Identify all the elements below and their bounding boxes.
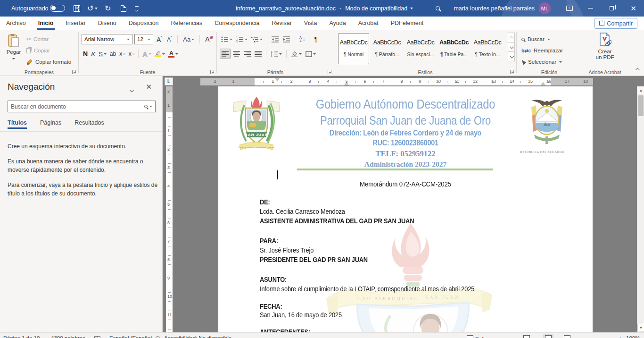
numbering-button[interactable]: 123 xyxy=(235,34,249,44)
strikethrough-button[interactable]: ab xyxy=(108,49,117,59)
clipboard-dialog-launcher[interactable] xyxy=(72,70,76,74)
page-indicator[interactable]: Página 1 de 10 xyxy=(3,335,40,338)
tab-inicio[interactable]: Inicio xyxy=(32,17,60,30)
document-title-area[interactable]: informe_narrativo_autoevaluación.doc - M… xyxy=(236,0,413,17)
navigation-close-button[interactable]: ✕ xyxy=(146,83,152,91)
document-page[interactable]: GAD PARROQUIAL SAN JUAN xyxy=(218,86,593,338)
style-parrafo[interactable]: AaBbCcDc¶ Párrafo... xyxy=(372,33,403,64)
right-indent-marker[interactable] xyxy=(541,82,545,85)
vertical-scrollbar[interactable]: ▲ ▼ xyxy=(637,86,644,338)
read-mode-button[interactable] xyxy=(523,335,530,338)
bold-button[interactable]: N xyxy=(82,49,89,59)
tab-archivo[interactable]: Archivo xyxy=(0,17,32,30)
share-button[interactable]: Compartir xyxy=(594,18,637,29)
line-spacing-button[interactable] xyxy=(269,49,283,59)
scroll-down-button[interactable]: ▼ xyxy=(637,324,644,331)
navigation-collapse-button[interactable] xyxy=(130,85,133,94)
tab-revisar[interactable]: Revisar xyxy=(265,17,297,30)
change-case-button[interactable]: Aa xyxy=(182,34,196,44)
tab-disposicion[interactable]: Disposición xyxy=(123,17,165,30)
word-count[interactable]: 4300 palabras xyxy=(51,335,85,338)
ribbon-display-options-button[interactable] xyxy=(559,0,580,17)
tab-correspondencia[interactable]: Correspondencia xyxy=(208,17,265,30)
tab-acrobat[interactable]: Acrobat xyxy=(352,17,385,30)
new-document-button[interactable] xyxy=(121,0,126,17)
font-name-select[interactable]: Arial Narrow xyxy=(82,34,132,44)
underline-button[interactable]: S xyxy=(97,49,108,59)
save-button[interactable] xyxy=(74,0,80,17)
tab-pdfelement[interactable]: PDFelement xyxy=(385,17,429,30)
nav-tab-paginas[interactable]: Páginas xyxy=(40,119,61,129)
justify-button[interactable] xyxy=(253,49,263,59)
accessibility-status[interactable]: Accesibilidad: No disponible xyxy=(164,335,231,338)
paste-button[interactable]: Pegar xyxy=(3,33,24,68)
scrollbar-thumb[interactable] xyxy=(638,95,644,116)
proofing-icon[interactable] xyxy=(94,335,100,338)
format-painter-button[interactable]: Copiar formato xyxy=(26,56,71,68)
decrease-indent-button[interactable] xyxy=(270,34,281,44)
print-layout-button[interactable] xyxy=(543,334,553,338)
grow-font-button[interactable]: Aˆ xyxy=(155,34,164,44)
increase-indent-button[interactable] xyxy=(281,34,292,44)
style-table-paragraph[interactable]: AaBbCcDc¶ Table Pa... xyxy=(438,33,470,64)
undo-button[interactable]: ↺ xyxy=(87,0,98,17)
font-dialog-launcher[interactable] xyxy=(210,70,215,74)
zoom-out-button[interactable]: − xyxy=(579,335,582,338)
superscript-button[interactable]: x2 xyxy=(127,49,136,59)
replace-button[interactable]: b⇄cReemplazar xyxy=(521,45,563,56)
select-button[interactable]: Seleccionar xyxy=(521,56,563,68)
focus-mode-button[interactable]: Enfoque xyxy=(467,335,495,338)
shrink-font-button[interactable]: Aˇ xyxy=(165,34,173,44)
cut-button[interactable]: ✂Cortar xyxy=(26,34,71,45)
subscript-button[interactable]: x2 xyxy=(118,49,126,59)
styles-scroll-down-button[interactable] xyxy=(508,42,515,52)
multilevel-list-button[interactable] xyxy=(250,34,264,44)
restore-button[interactable] xyxy=(601,0,622,17)
borders-button[interactable] xyxy=(304,49,317,59)
style-normal[interactable]: AaBbCcDc¶ Normal xyxy=(338,33,369,64)
align-right-button[interactable] xyxy=(242,49,252,59)
scroll-up-button[interactable]: ▲ xyxy=(637,86,644,94)
tab-referencias[interactable]: Referencias xyxy=(165,17,209,30)
sort-button[interactable]: AZ↓ xyxy=(298,34,307,44)
styles-scroll-up-button[interactable] xyxy=(508,33,515,42)
italic-button[interactable]: K xyxy=(90,49,97,59)
first-line-indent-marker[interactable] xyxy=(275,78,280,81)
align-left-button[interactable] xyxy=(220,49,231,59)
find-button[interactable]: Buscar xyxy=(521,34,563,45)
horizontal-ruler[interactable]: 21123456789101112131415161718 xyxy=(200,78,593,85)
minimize-button[interactable] xyxy=(580,0,601,17)
tab-insertar[interactable]: Insertar xyxy=(59,17,91,30)
search-options-caret-icon[interactable] xyxy=(149,106,152,107)
shading-button[interactable] xyxy=(289,49,303,59)
close-button[interactable]: ✕ xyxy=(623,0,644,17)
nav-tab-resultados[interactable]: Resultados xyxy=(74,119,104,129)
vertical-ruler[interactable]: 21123456789101112 xyxy=(166,86,173,338)
zoom-in-button[interactable]: + xyxy=(619,335,622,338)
search-input[interactable] xyxy=(8,103,144,110)
redo-button[interactable]: ↻ xyxy=(105,0,111,17)
language-indicator[interactable]: Español (España) xyxy=(109,335,152,338)
collapse-ribbon-button[interactable] xyxy=(636,64,639,73)
zoom-level[interactable]: 100% xyxy=(626,335,640,338)
clear-formatting-button[interactable]: A xyxy=(204,34,214,44)
highlight-button[interactable] xyxy=(153,49,166,59)
align-center-button[interactable] xyxy=(231,49,241,59)
customize-toolbar-button[interactable] xyxy=(134,0,139,17)
account-avatar[interactable]: ML xyxy=(539,0,551,17)
autosave-toggle[interactable] xyxy=(50,0,65,17)
font-size-select[interactable]: 12 xyxy=(134,34,153,44)
copy-button[interactable]: Copiar xyxy=(26,45,71,56)
tab-diseno[interactable]: Diseño xyxy=(92,17,123,30)
search-button[interactable] xyxy=(436,0,440,17)
font-color-button[interactable]: A xyxy=(167,49,180,59)
nav-tab-titulos[interactable]: Títulos xyxy=(8,119,27,129)
bullets-button[interactable] xyxy=(220,34,234,44)
tab-ayuda[interactable]: Ayuda xyxy=(323,17,352,30)
text-effects-button[interactable]: A xyxy=(141,49,153,59)
style-texto-independiente[interactable]: AaBbCcDc¶ Texto in... xyxy=(472,33,503,64)
styles-gallery-more-button[interactable] xyxy=(508,51,515,61)
web-layout-button[interactable] xyxy=(564,335,570,338)
paragraph-dialog-launcher[interactable] xyxy=(328,70,332,74)
tab-selector-box[interactable]: L xyxy=(165,77,173,85)
